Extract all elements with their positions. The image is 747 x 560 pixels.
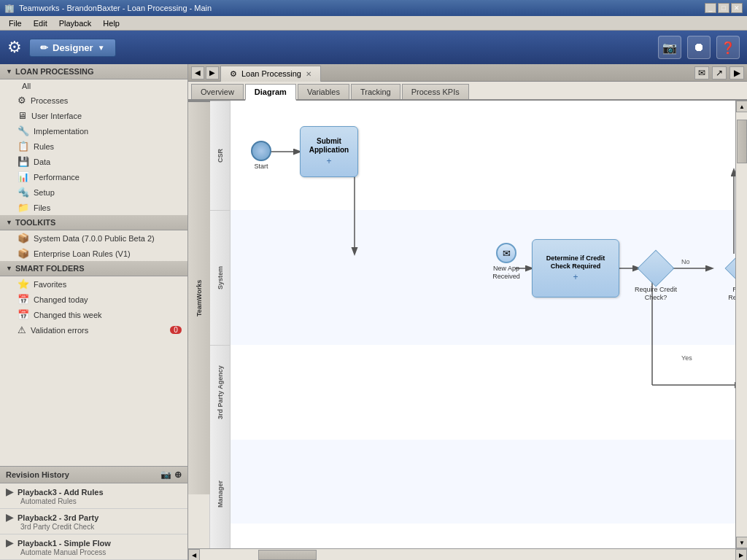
revision-item-2[interactable]: ▶ Playback2 - 3rd Party 3rd Party Credit… [0, 509, 187, 534]
menu-edit[interactable]: Edit [28, 18, 53, 29]
maximize-button[interactable]: □ [718, 3, 729, 13]
title-bar: 🏢 Teamworks - BrandonBaxter - Loan Proce… [0, 0, 747, 16]
menu-help[interactable]: Help [97, 18, 125, 29]
email-button[interactable]: ✉ [694, 66, 709, 79]
sidebar-item-performance[interactable]: 📊 Performance [0, 169, 187, 184]
sidebar-item-all[interactable]: All [0, 79, 187, 93]
toolkits-header[interactable]: ▼ TOOLKITS [0, 215, 187, 230]
submit-app-plus[interactable]: + [326, 156, 331, 166]
sidebar-item-validation-errors[interactable]: ⚠ Validation errors 0 [0, 322, 187, 338]
tab-actions: ✉ ↗ ▶ [694, 66, 744, 79]
review-required-gateway[interactable]: Review Required? [718, 255, 735, 302]
sidebar-item-implementation[interactable]: 🔧 Implementation [0, 123, 187, 139]
external-link-button[interactable]: ↗ [712, 66, 727, 79]
app-icon: 🏢 [4, 4, 15, 13]
scroll-left-button[interactable]: ◀ [188, 549, 200, 560]
menu-file[interactable]: File [3, 18, 28, 29]
files-icon: 📁 [18, 202, 29, 213]
sidebar-item-setup[interactable]: 🔩 Setup [0, 184, 187, 200]
chevron-down-icon: ▼ [98, 44, 105, 52]
menu-bar: File Edit Playback Help [0, 16, 747, 31]
scroll-down-button[interactable]: ▼ [736, 537, 747, 548]
nav-back-button[interactable]: ◀ [191, 66, 204, 79]
horizontal-scrollbar[interactable]: ◀ ▶ [188, 548, 747, 560]
loan-processing-header[interactable]: ▼ LOAN PROCESSING [0, 64, 187, 79]
sidebar-item-system-data[interactable]: 📦 System Data (7.0.0 Public Beta 2) [0, 230, 187, 246]
scroll-thumb-h[interactable] [258, 550, 317, 560]
revision-item-1[interactable]: ▶ Playback3 - Add Rules Automated Rules [0, 483, 187, 509]
play-icon: ▶ [6, 486, 13, 497]
designer-button[interactable]: ✏ Designer ▼ [29, 39, 116, 57]
camera-icon[interactable]: 📷 [160, 470, 171, 480]
help-icon[interactable]: ❓ [716, 36, 740, 59]
designer-icon: ✏ [40, 42, 48, 53]
revision-history-header: Revision History 📷 ⊕ [0, 467, 187, 483]
settings-icon[interactable]: ⊕ [174, 470, 182, 480]
chevron-down-icon: ▼ [6, 265, 12, 272]
lane-manager: Manager [210, 440, 230, 548]
process-tab[interactable]: ⚙ Loan Processing ✕ [220, 66, 321, 82]
sidebar-item-changed-week[interactable]: 📅 Changed this week [0, 307, 187, 322]
sidebar-item-changed-today[interactable]: 📅 Changed today [0, 292, 187, 307]
svg-rect-5 [231, 345, 735, 440]
content-tabbar: ◀ ▶ ⚙ Loan Processing ✕ ✉ ↗ ▶ [188, 64, 747, 82]
star-icon: ⭐ [18, 279, 29, 289]
sidebar-item-enterprise-loan[interactable]: 📦 Enterprise Loan Rules (V1) [0, 246, 187, 261]
start-event: Start [251, 141, 271, 170]
close-button[interactable]: ✕ [731, 3, 743, 13]
new-app-received-event: ✉ New AppReceived [484, 243, 528, 281]
sidebar-item-user-interface[interactable]: 🖥 User Interface [0, 108, 187, 123]
tab-variables[interactable]: Variables [298, 84, 349, 99]
vertical-scrollbar[interactable]: ▲ ▼ [735, 101, 747, 548]
play-icon: ▶ [6, 512, 13, 523]
lane-csr: CSR [210, 101, 230, 210]
sidebar-item-files[interactable]: 📁 Files [0, 200, 187, 215]
scroll-track-h[interactable] [200, 549, 735, 560]
ui-icon: 🖥 [18, 110, 27, 121]
nav-forward-button[interactable]: ▶ [206, 66, 219, 79]
impl-icon: 🔧 [18, 125, 29, 136]
sidebar-item-rules[interactable]: 📋 Rules [0, 139, 187, 154]
process-tabs: Overview Diagram Variables Tracking Proc… [188, 82, 747, 101]
scroll-track-v[interactable] [736, 112, 747, 537]
sidebar: ▼ LOAN PROCESSING All ⚙ Processes 🖥 User… [0, 64, 188, 560]
close-tab-icon[interactable]: ✕ [306, 70, 311, 78]
sidebar-item-data[interactable]: 💾 Data [0, 154, 187, 169]
tab-process-kpis[interactable]: Process KPIs [402, 84, 469, 99]
determine-credit-task[interactable]: Determine if Credit Check Required + [532, 239, 619, 298]
content-area: ◀ ▶ ⚙ Loan Processing ✕ ✉ ↗ ▶ Overview D… [188, 64, 747, 560]
process-tab-title: Loan Processing [241, 69, 301, 78]
diagram-area: TeamWorks CSR System 3rd Party Agency Ma… [188, 101, 747, 548]
tab-tracking[interactable]: Tracking [351, 84, 400, 99]
svg-text:Yes: Yes [681, 354, 692, 362]
require-credit-gateway[interactable]: Require Credit Check? [630, 255, 681, 302]
window-title: 🏢 Teamworks - BrandonBaxter - Loan Proce… [4, 4, 212, 13]
scroll-up-button[interactable]: ▲ [736, 101, 747, 112]
designer-label: Designer [53, 42, 93, 53]
smart-folders-header[interactable]: ▼ SMART FOLDERS [0, 261, 187, 276]
camera-icon[interactable]: 📷 [658, 36, 681, 59]
submit-application-task[interactable]: Submit Application + [300, 126, 358, 177]
window-controls[interactable]: _ □ ✕ [705, 3, 743, 13]
determine-credit-plus[interactable]: + [573, 272, 578, 282]
minimize-button[interactable]: _ [705, 3, 716, 13]
sidebar-item-processes[interactable]: ⚙ Processes [0, 93, 187, 108]
rules-icon: 📋 [18, 141, 29, 152]
menu-playback[interactable]: Playback [53, 18, 98, 29]
data-icon: 💾 [18, 156, 29, 167]
scroll-thumb-v[interactable] [737, 120, 747, 163]
validation-badge: 0 [170, 326, 182, 334]
sidebar-item-favorites[interactable]: ⭐ Favorites [0, 276, 187, 292]
diagram-canvas[interactable]: No No Yes Yes [231, 101, 735, 548]
play-button[interactable]: ▶ [729, 66, 744, 79]
tab-overview[interactable]: Overview [191, 84, 244, 99]
tab-diagram[interactable]: Diagram [245, 84, 296, 101]
performance-icon: 📊 [18, 171, 29, 182]
lane-system: System [210, 210, 230, 345]
revision-item-3[interactable]: ▶ Playback1 - Simple Flow Automate Manua… [0, 534, 187, 560]
lane-3rd-party: 3rd Party Agency [210, 345, 230, 440]
chevron-down-icon: ▼ [6, 68, 12, 75]
scroll-right-button[interactable]: ▶ [735, 549, 747, 560]
record-icon[interactable]: ⏺ [687, 36, 711, 59]
warning-icon: ⚠ [18, 324, 26, 335]
